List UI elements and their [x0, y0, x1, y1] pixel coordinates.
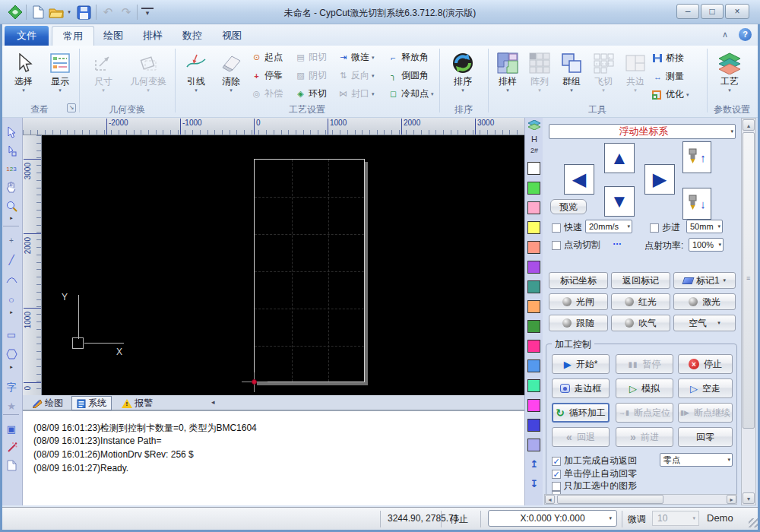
- zoom-expand-arrow-icon[interactable]: ▸: [3, 214, 20, 223]
- workpiece-rectangle[interactable]: [254, 159, 365, 382]
- reverse-button[interactable]: ⇅反向▾: [337, 68, 375, 84]
- layer-color-swatch[interactable]: [527, 359, 540, 372]
- release-corner-button[interactable]: ⌐释放角: [388, 49, 429, 65]
- jog-cut-settings-link[interactable]: …: [613, 236, 622, 247]
- panel-vscroll-up[interactable]: ▴: [743, 119, 755, 131]
- seal-button[interactable]: ⋈封口▾: [337, 86, 375, 102]
- layer-color-swatch[interactable]: [527, 182, 540, 195]
- blank-page-tool-icon[interactable]: [3, 457, 20, 473]
- male-cut-button[interactable]: ▤阳切: [295, 49, 327, 65]
- start-point-button[interactable]: ⊙起点: [251, 49, 283, 65]
- jog-left-button[interactable]: ◀: [564, 164, 594, 195]
- nest-button[interactable]: 排样 ▾: [492, 48, 523, 104]
- stop-auto-zero-checkbox[interactable]: ✓单击停止自动回零: [552, 467, 637, 480]
- layer-color-swatch[interactable]: [527, 439, 540, 451]
- forward-button[interactable]: »前进: [616, 427, 673, 447]
- rectangle-tool-icon[interactable]: ▭: [3, 326, 20, 343]
- panel-vscroll-track[interactable]: ▴ ≡ ▾: [741, 118, 756, 505]
- female-cut-button[interactable]: ▨阴切: [295, 68, 327, 84]
- array-button[interactable]: 阵列 ▾: [524, 48, 555, 104]
- layer-color-swatch[interactable]: [527, 379, 540, 392]
- layer-color-swatch[interactable]: [527, 419, 540, 432]
- stop-button[interactable]: ×停止: [678, 354, 733, 374]
- start-button[interactable]: ▶开始*: [552, 354, 610, 374]
- nozzle-down-button[interactable]: ↓: [682, 188, 711, 220]
- layer-color-swatch[interactable]: [527, 241, 540, 254]
- pause-button[interactable]: ▮▮暂停: [616, 354, 673, 374]
- shutter-button[interactable]: 光闸: [549, 293, 608, 310]
- return-target-dropdown[interactable]: 零点▾: [660, 453, 733, 467]
- wand-tool-icon[interactable]: [3, 439, 20, 455]
- view-dialog-launcher-icon[interactable]: ↘: [67, 103, 76, 112]
- minimize-button[interactable]: –: [676, 4, 699, 19]
- pan-tool-icon[interactable]: [3, 179, 20, 195]
- combine-tool-icon[interactable]: ▣: [3, 420, 20, 437]
- help-icon[interactable]: ?: [739, 28, 752, 41]
- text-tool-icon[interactable]: 字: [3, 379, 20, 396]
- circle-tool-icon[interactable]: ○: [3, 291, 20, 308]
- display-button[interactable]: 显示 ▾: [43, 48, 78, 104]
- polygon-tool-icon[interactable]: [3, 346, 20, 363]
- arc-tool-icon[interactable]: [3, 271, 20, 288]
- panel-vscroll-thumb[interactable]: ≡: [743, 132, 755, 429]
- size-button[interactable]: 尺寸 ▾: [84, 48, 123, 104]
- step-distance-dropdown[interactable]: 50mm▾: [686, 220, 723, 233]
- drawing-canvas[interactable]: Y X: [42, 135, 524, 395]
- line-tool-icon[interactable]: ╱: [3, 252, 20, 268]
- system-log[interactable]: (08/09 16:01:23)检测到控制卡数量=0, 类型为BMC1604 (…: [23, 410, 524, 505]
- layer-color-swatch[interactable]: [527, 300, 540, 313]
- layer-color-swatch[interactable]: [527, 162, 540, 175]
- bring-front-icon[interactable]: ↥: [525, 458, 543, 470]
- select-tool-icon[interactable]: [3, 124, 20, 141]
- layer-color-swatch[interactable]: [527, 320, 540, 333]
- polygon-expand-arrow-icon[interactable]: ▸: [3, 363, 20, 372]
- fillet-button[interactable]: ╮倒圆角: [388, 68, 429, 84]
- point-tool-icon[interactable]: +: [3, 232, 20, 249]
- dock-button[interactable]: +停靠: [251, 68, 283, 84]
- preview-button[interactable]: 预览: [550, 199, 587, 214]
- ribbon-collapse-icon[interactable]: ∧: [722, 30, 728, 40]
- jog-right-button[interactable]: ▶: [644, 164, 675, 195]
- tab-scroll-left-icon[interactable]: ◂: [211, 398, 215, 406]
- measure-button[interactable]: ↔ 测量: [652, 68, 684, 84]
- nozzle-up-button[interactable]: ↑: [682, 141, 711, 173]
- jog-cut-checkbox[interactable]: 点动切割: [552, 239, 600, 252]
- burst-power-dropdown[interactable]: 100%▾: [689, 238, 724, 252]
- tab-alarm-messages[interactable]: ! 报警: [117, 396, 157, 410]
- loop-button[interactable]: ↻循环加工: [552, 403, 610, 423]
- layer-color-swatch[interactable]: [527, 340, 540, 353]
- layer-color-swatch[interactable]: [527, 221, 540, 234]
- go-zero-button[interactable]: 回零: [678, 427, 733, 447]
- group-button[interactable]: 群组 ▾: [556, 48, 587, 104]
- micro-joint-button[interactable]: ⇥微连▾: [337, 49, 375, 65]
- laser-button[interactable]: 激光: [673, 293, 736, 310]
- layer-color-swatch[interactable]: [527, 280, 540, 293]
- arc-expand-arrow-icon[interactable]: ▸: [3, 308, 20, 317]
- bridge-button[interactable]: 桥接: [652, 50, 684, 66]
- layer-color-swatch[interactable]: [527, 201, 540, 214]
- mark-coord-button[interactable]: 标记坐标: [549, 272, 608, 289]
- return-mark-button[interactable]: 返回标记: [611, 272, 670, 289]
- clear-button[interactable]: 清除 ▾: [214, 48, 248, 104]
- tab-system-messages[interactable]: 系统: [71, 396, 112, 410]
- fast-speed-dropdown[interactable]: 20mm/s▾: [585, 220, 632, 233]
- layer-color-swatch[interactable]: [527, 399, 540, 412]
- send-back-icon[interactable]: ↧: [525, 478, 543, 489]
- air-dropdown-button[interactable]: 空气▾: [673, 315, 736, 331]
- bridge-marker-icon[interactable]: H: [525, 135, 543, 144]
- star-tool-icon[interactable]: ★: [3, 397, 20, 414]
- craft-button[interactable]: 工艺 ▾: [711, 48, 748, 104]
- panel-hscroll-left[interactable]: ◂: [545, 495, 555, 504]
- breakpoint-resume-button[interactable]: ▮▶断点继续: [678, 403, 733, 423]
- lead-line-button[interactable]: 引线 ▾: [179, 48, 213, 104]
- optimize-button[interactable]: 优化▾: [652, 87, 689, 103]
- jog-up-button[interactable]: ▲: [604, 143, 635, 173]
- simulate-button[interactable]: ▷模拟: [616, 378, 673, 398]
- fast-checkbox[interactable]: 快速: [552, 221, 582, 234]
- jog-down-button[interactable]: ▼: [604, 186, 635, 217]
- backward-button[interactable]: «回退: [552, 427, 610, 447]
- dry-run-button[interactable]: ▷空走: [678, 378, 733, 398]
- layer-color-swatch[interactable]: [527, 261, 540, 274]
- frame-button[interactable]: 走边框: [552, 378, 610, 398]
- panel-vscroll-down[interactable]: ▾: [743, 492, 755, 504]
